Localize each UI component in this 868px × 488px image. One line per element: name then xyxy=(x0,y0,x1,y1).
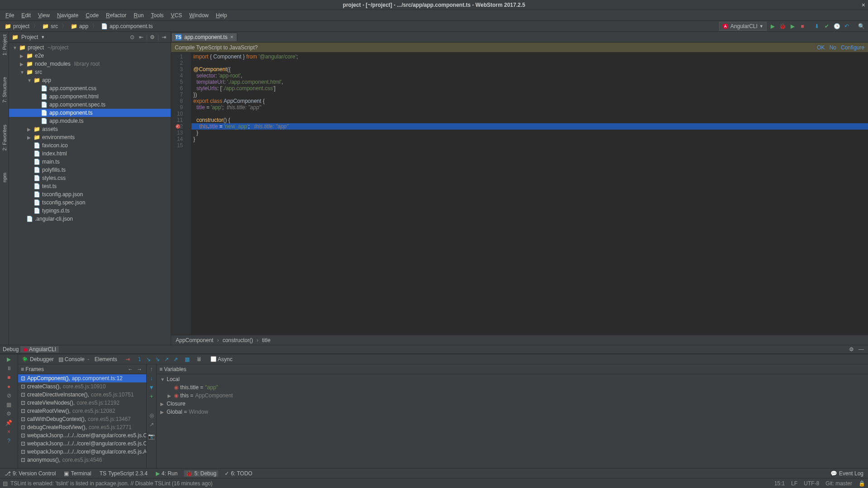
frame-row[interactable]: ⊡createDirectiveInstance(), core.es5.js:… xyxy=(18,391,146,399)
variable-node[interactable]: ▶◉this = AppComponent xyxy=(157,391,868,400)
tree-node[interactable]: ▶📁assets xyxy=(9,125,171,133)
step-out-icon[interactable]: ↗ xyxy=(163,355,171,363)
next-frame-icon[interactable]: → xyxy=(135,365,144,373)
line-number[interactable]: 8 xyxy=(171,98,183,104)
run-to-cursor-icon[interactable]: ▦ xyxy=(183,355,192,363)
tree-node[interactable]: 📄index.html xyxy=(9,150,171,158)
variable-node[interactable]: ◉this.title = "app" xyxy=(157,383,868,391)
tree-node[interactable]: 📄app.module.ts xyxy=(9,117,171,125)
minimize-icon[interactable]: — xyxy=(857,345,865,353)
commit-button[interactable]: ✔ xyxy=(823,22,831,30)
tree-node[interactable]: 📄.angular-cli.json xyxy=(9,215,171,223)
event-log-button[interactable]: 💬Event Log xyxy=(829,470,865,477)
expand-arrow-icon[interactable]: ▶ xyxy=(20,53,24,58)
tree-node[interactable]: 📄styles.css xyxy=(9,174,171,182)
frame-row[interactable]: ⊡debugCreateRootView(), core.es5.js:1277… xyxy=(18,423,146,431)
expand-arrow-icon[interactable]: ▼ xyxy=(160,377,165,382)
frame-row[interactable]: ⊡createClass(), core.es5.js:10910 xyxy=(18,382,146,391)
menu-tools[interactable]: Tools xyxy=(147,12,167,19)
line-number[interactable]: 13 xyxy=(171,130,183,136)
info-bar-configure[interactable]: Configure xyxy=(841,44,864,51)
tool-window-terminal[interactable]: ▣Terminal xyxy=(62,470,93,477)
line-number[interactable]: 7 xyxy=(171,92,183,98)
code-line[interactable]: import { Component } from '@angular/core… xyxy=(192,53,868,60)
code-line[interactable]: }) xyxy=(192,92,868,98)
code-line[interactable]: templateUrl: './app.component.html', xyxy=(192,79,868,85)
debug-button[interactable]: 🐞 xyxy=(778,22,786,30)
chevron-down-icon[interactable]: ▼ xyxy=(41,35,45,39)
code-line[interactable]: } xyxy=(192,130,868,136)
tool-window-run[interactable]: ▶4: Run xyxy=(154,470,179,477)
prev-frame-icon[interactable]: ← xyxy=(126,365,134,373)
close-button[interactable]: × xyxy=(5,428,14,436)
menu-view[interactable]: View xyxy=(34,12,53,19)
tree-node[interactable]: 📄test.ts xyxy=(9,182,171,190)
gutter[interactable]: 123456789101112131415 xyxy=(171,53,192,335)
tree-node[interactable]: 📄app.component.css xyxy=(9,84,171,92)
view-breakpoints-button[interactable]: ● xyxy=(5,382,14,391)
expand-arrow-icon[interactable]: ▶ xyxy=(27,127,32,132)
breadcrumb-item[interactable]: 📄app.component.ts xyxy=(99,23,154,29)
tree-node[interactable]: ▶📁node_moduleslibrary root xyxy=(9,60,171,68)
pause-button[interactable]: ⏸ xyxy=(5,364,14,372)
frame-row[interactable]: ⊡createViewNodes(), core.es5.js:12192 xyxy=(18,399,146,407)
run-button[interactable]: ▶ xyxy=(768,22,777,30)
down-icon[interactable]: ↓ xyxy=(148,374,156,382)
menu-help[interactable]: Help xyxy=(212,12,231,19)
menu-refactor[interactable]: Refactor xyxy=(102,12,130,19)
help-button[interactable]: ? xyxy=(5,437,14,445)
filter-icon[interactable]: ▼ xyxy=(148,383,156,391)
tree-node[interactable]: 📄favicon.ico xyxy=(9,141,171,150)
locate-icon[interactable]: ⊙ xyxy=(128,33,136,41)
tree-node[interactable]: 📄app.component.spec.ts xyxy=(9,101,171,109)
tree-node[interactable]: ▶📁e2e xyxy=(9,52,171,60)
expand-arrow-icon[interactable]: ▶ xyxy=(160,410,165,415)
tab-console[interactable]: ▤Console → xyxy=(57,356,92,362)
frame-row[interactable]: ⊡createRootView(), core.es5.js:12082 xyxy=(18,407,146,415)
variable-node[interactable]: ▶Closure xyxy=(157,400,868,408)
tree-node[interactable]: ▼📁project~/project xyxy=(9,43,171,52)
tool-window-versioncontrol[interactable]: ⎇9: Version Control xyxy=(3,470,58,477)
line-number[interactable]: 12 xyxy=(171,123,183,130)
editor-crumb[interactable]: AppComponent xyxy=(176,337,213,343)
line-number[interactable]: 6 xyxy=(171,85,183,92)
editor-crumb[interactable]: title xyxy=(262,337,271,343)
hide-icon[interactable]: ⇥ xyxy=(160,33,168,41)
drop-frame-icon[interactable]: ⇗ xyxy=(172,355,180,363)
status-icon[interactable]: ▤ xyxy=(3,480,8,487)
line-number[interactable]: 1 xyxy=(171,53,183,60)
stop-button[interactable]: ■ xyxy=(5,373,14,382)
restore-layout-button[interactable]: ▦ xyxy=(5,401,14,409)
collapse-icon[interactable]: ⇤ xyxy=(137,33,145,41)
evaluate-icon[interactable]: 🖩 xyxy=(195,355,203,363)
step-into-icon[interactable]: ↘ xyxy=(144,355,153,363)
tree-node[interactable]: 📄app.component.html xyxy=(9,92,171,101)
tool-window-debug[interactable]: 🐞5: Debug xyxy=(184,470,218,477)
navigate-icon[interactable]: ↗ xyxy=(148,420,156,429)
expand-arrow-icon[interactable]: ▼ xyxy=(20,70,24,75)
menu-navigate[interactable]: Navigate xyxy=(53,12,82,19)
variables-tree[interactable]: ▼Local◉this.title = "app"▶◉this = AppCom… xyxy=(157,374,868,468)
encoding[interactable]: UTF-8 xyxy=(804,480,819,487)
line-separator[interactable]: LF xyxy=(791,480,797,487)
step-over-icon[interactable]: ⤵ xyxy=(135,355,144,363)
menu-edit[interactable]: Edit xyxy=(18,12,34,19)
coverage-button[interactable]: ▶ xyxy=(788,22,796,30)
tool-window-typescript[interactable]: TSTypeScript 2.3.4 xyxy=(98,470,149,477)
tree-node[interactable]: 📄typings.d.ts xyxy=(9,207,171,215)
tree-node[interactable]: 📄main.ts xyxy=(9,158,171,166)
editor-tab[interactable]: TS app.component.ts × xyxy=(171,33,237,41)
menu-code[interactable]: Code xyxy=(82,12,102,19)
settings-button[interactable]: ⚙ xyxy=(5,410,14,418)
lock-icon[interactable]: 🔒 xyxy=(858,480,865,487)
breadcrumb-item[interactable]: 📁src xyxy=(40,23,60,29)
line-number[interactable]: 11 xyxy=(171,117,183,123)
expand-arrow-icon[interactable]: ▶ xyxy=(168,393,172,398)
code-line[interactable]: } xyxy=(192,136,868,142)
tree-node[interactable]: 📄tsconfig.spec.json xyxy=(9,198,171,207)
menu-vcs[interactable]: VCS xyxy=(167,12,186,19)
debug-session-tab[interactable]: ◉ AngularCLI xyxy=(20,346,59,353)
tab-debugger[interactable]: 🪲Debugger xyxy=(20,356,56,362)
frame-row[interactable]: ⊡callWithDebugContext(), core.es5.js:134… xyxy=(18,415,146,423)
tree-node[interactable]: ▼📁app xyxy=(9,76,171,84)
